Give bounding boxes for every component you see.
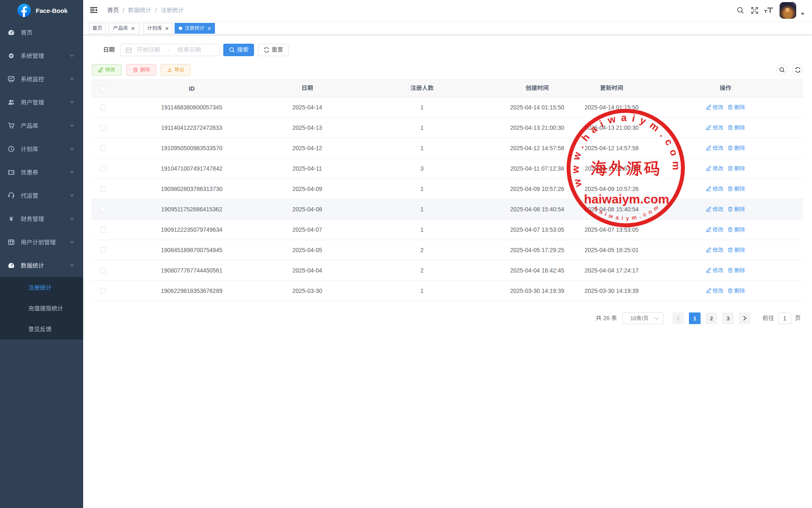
svg-text:www.haiwaiym.com: www.haiwaiym.com <box>570 112 682 188</box>
svg-text:¥: ¥ <box>10 216 13 222</box>
